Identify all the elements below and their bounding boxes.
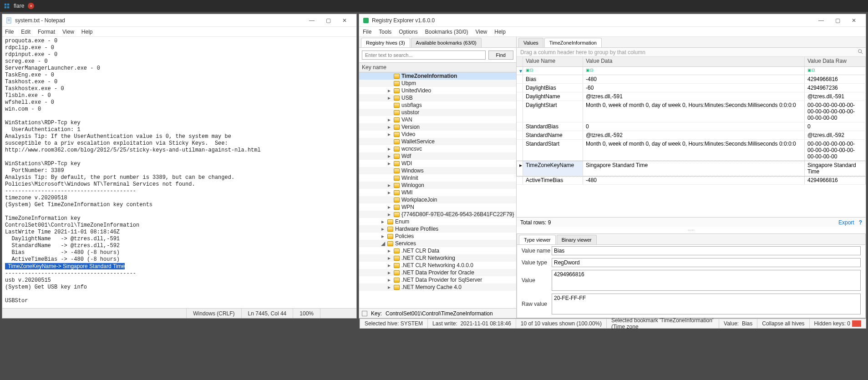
value-row[interactable]: StandardName@tzres.dll,-592@tzres.dll,-5… xyxy=(517,131,866,140)
menu-bookmarks[interactable]: Bookmarks (30/0) xyxy=(425,29,468,35)
tab-available-bookmarks[interactable]: Available bookmarks (63/0) xyxy=(411,38,482,47)
tab-registry-hives[interactable]: Registry hives (3) xyxy=(361,38,410,47)
tree-row[interactable]: usbflags xyxy=(359,101,516,109)
tab-values[interactable]: Values xyxy=(518,38,543,47)
tree-row[interactable]: ▸.NET CLR Data xyxy=(359,247,516,254)
tree-row[interactable]: ◢Services xyxy=(359,240,516,247)
value-row[interactable]: StandardBias00 xyxy=(517,122,866,131)
menu-tools[interactable]: Tools xyxy=(379,29,391,35)
value-row[interactable]: StandardStartMonth 0, week of month 0, d… xyxy=(517,140,866,161)
raw-value-field[interactable]: 20-FE-FF-FF xyxy=(552,294,861,314)
tree-row[interactable]: ▸UnitedVideo xyxy=(359,87,516,94)
value-type-field[interactable]: RegDword xyxy=(552,258,861,267)
menu-view[interactable]: View xyxy=(62,29,74,35)
expand-icon[interactable]: ▸ xyxy=(386,160,392,167)
value-grid[interactable]: Bias-4804294966816DaylightBias-604294967… xyxy=(517,75,866,185)
tree-row[interactable]: ▸USB xyxy=(359,94,516,101)
tree-row[interactable]: ▸.NET Data Provider for SqlServer xyxy=(359,276,516,284)
expand-icon[interactable]: ▸ xyxy=(386,211,392,218)
expand-icon[interactable]: ▸ xyxy=(386,262,392,269)
menu-edit[interactable]: Edit xyxy=(21,29,30,35)
tree-row[interactable]: ▸.NET Data Provider for Oracle xyxy=(359,269,516,276)
expand-icon[interactable]: ▸ xyxy=(386,87,392,94)
value-row[interactable]: Bias-4804294966816 xyxy=(517,75,866,84)
tree-row[interactable]: Ubpm xyxy=(359,80,516,87)
expand-icon[interactable]: ▸ xyxy=(386,284,392,290)
tree-row[interactable]: usbstor xyxy=(359,109,516,116)
taskbar-app-title[interactable]: flare xyxy=(14,3,24,9)
close-button[interactable]: ✕ xyxy=(846,15,862,26)
keyname-column[interactable]: Key name xyxy=(362,64,386,71)
expand-icon[interactable]: ▸ xyxy=(386,95,392,101)
notepad-titlebar[interactable]: system.txt - Notepad — ▢ ✕ xyxy=(2,14,356,27)
menu-format[interactable]: Format xyxy=(38,29,55,35)
tree-row[interactable]: ▸.NET Memory Cache 4.0 xyxy=(359,284,516,291)
menu-file[interactable]: File xyxy=(5,29,14,35)
tree-row[interactable]: ▸Version xyxy=(359,123,516,131)
expand-icon[interactable]: ▸ xyxy=(386,117,392,123)
tree-row[interactable]: ▸Video xyxy=(359,131,516,138)
collapse-all-hives[interactable]: Collapse all hives xyxy=(757,319,809,328)
expand-icon[interactable]: ▸ xyxy=(380,226,386,232)
tree-row[interactable]: WalletService xyxy=(359,138,516,145)
maximize-button[interactable]: ▢ xyxy=(829,15,846,26)
col-value-data-raw[interactable]: Value Data Raw xyxy=(805,57,866,66)
tree-row[interactable]: ▸Policies xyxy=(359,233,516,240)
tree-row[interactable]: ▸.NET CLR Networking xyxy=(359,254,516,262)
expand-icon[interactable]: ▸ xyxy=(386,182,392,188)
menu-file[interactable]: File xyxy=(363,29,371,35)
find-button[interactable]: Find xyxy=(488,51,513,60)
expand-icon[interactable]: ▸ xyxy=(386,131,392,137)
expand-icon[interactable]: ▸ xyxy=(386,189,392,196)
col-value-name[interactable]: Value Name xyxy=(523,57,583,66)
tree-row[interactable]: TimeZoneInformation xyxy=(359,72,516,80)
search-icon[interactable] xyxy=(858,49,864,55)
tab-timezoneinformation[interactable]: TimeZoneInformation xyxy=(544,38,602,47)
tree-row[interactable]: ▸WPN xyxy=(359,203,516,211)
tree-row[interactable]: WorkplaceJoin xyxy=(359,196,516,203)
group-banner[interactable]: Drag a column header here to group by th… xyxy=(517,48,866,57)
value-name-field[interactable]: Bias xyxy=(552,246,861,255)
expand-icon[interactable]: ▸ xyxy=(386,255,392,261)
key-checkbox[interactable] xyxy=(362,311,367,316)
maximize-button[interactable]: ▢ xyxy=(320,15,336,26)
tree-row[interactable]: ▸Winlogon xyxy=(359,182,516,189)
menu-view[interactable]: View xyxy=(475,29,487,35)
value-row[interactable]: ActiveTimeBias-4804294966816 xyxy=(517,176,866,185)
tree-row[interactable]: ▸WMI xyxy=(359,189,516,196)
tab-type-viewer[interactable]: Type viewer xyxy=(519,235,556,244)
menu-help[interactable]: Help xyxy=(494,29,506,35)
tree-row[interactable]: Windows xyxy=(359,167,516,174)
tree-row[interactable]: ▸Hardware Profiles xyxy=(359,225,516,233)
expand-icon[interactable]: ▸ xyxy=(386,248,392,254)
close-button[interactable]: ✕ xyxy=(336,15,353,26)
tree-row[interactable]: ▸VAN xyxy=(359,116,516,123)
expand-icon[interactable]: ▸ xyxy=(386,153,392,159)
expand-icon[interactable]: ▸ xyxy=(386,124,392,130)
tree-row[interactable]: ▸{7746D80F-97E0-4E26-9543-26B41FC22F79} xyxy=(359,211,516,218)
minimize-button[interactable]: — xyxy=(304,15,320,26)
value-row[interactable]: DaylightStartMonth 0, week of month 0, d… xyxy=(517,101,866,122)
value-field[interactable]: 4294966816 xyxy=(552,270,861,291)
tree-row[interactable]: ▸.NET CLR Networking 4.0.0.0 xyxy=(359,262,516,269)
tree-row[interactable]: ▸Wdf xyxy=(359,152,516,160)
help-icon[interactable]: ? xyxy=(859,219,862,226)
expand-icon[interactable]: ▸ xyxy=(386,204,392,210)
tab-binary-viewer[interactable]: Binary viewer xyxy=(557,235,597,244)
col-value-data[interactable]: Value Data xyxy=(583,57,805,66)
tree-row[interactable]: WinInit xyxy=(359,174,516,182)
expand-icon[interactable]: ▸ xyxy=(386,269,392,276)
expand-icon[interactable]: ▸ xyxy=(380,233,386,239)
search-input[interactable] xyxy=(362,51,486,60)
value-row[interactable]: DaylightName@tzres.dll,-591@tzres.dll,-5… xyxy=(517,92,866,101)
export-link[interactable]: Export xyxy=(838,219,854,226)
taskbar-close-icon[interactable]: × xyxy=(28,3,34,9)
registry-tree[interactable]: TimeZoneInformationUbpm▸UnitedVideo▸USBu… xyxy=(359,72,516,308)
expand-icon[interactable]: ▸ xyxy=(386,146,392,152)
tree-row[interactable]: ▸wcncsvc xyxy=(359,145,516,152)
menu-help[interactable]: Help xyxy=(81,29,93,35)
expand-icon[interactable]: ▸ xyxy=(386,277,392,283)
value-row[interactable]: ▸TimeZoneKeyNameSingapore Standard TimeS… xyxy=(517,161,866,176)
filter-row[interactable]: ▾ ▣⊡ ▣⊡ ▣⊡ xyxy=(517,67,866,75)
tree-row[interactable]: ▸WDI xyxy=(359,160,516,167)
